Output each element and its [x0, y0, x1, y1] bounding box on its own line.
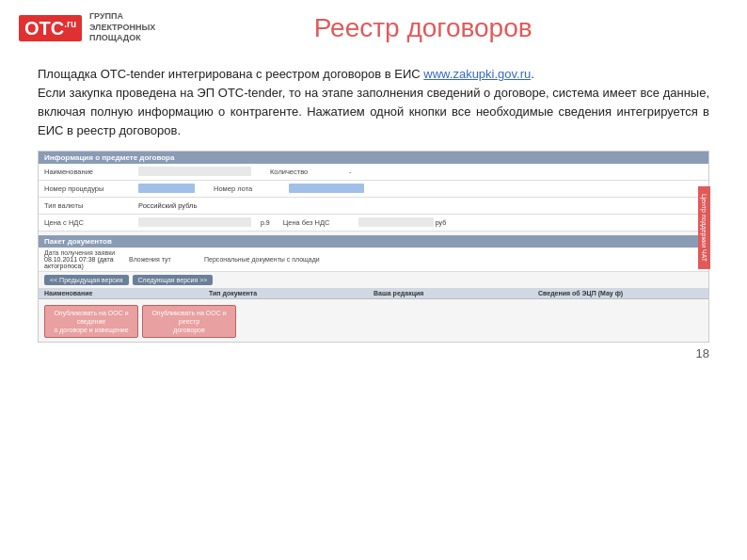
doc-field-attachments: Вложения тут	[129, 256, 204, 263]
description-block: Площадка ОТС-tender интегрирована с реес…	[0, 56, 747, 151]
form-row-procedure: Номер процедуры Номер лота	[39, 181, 708, 198]
desc-line2: Если закупка проведена на ЭП ОТС-tender,…	[38, 86, 423, 100]
form-row-name: Наименование Количество -	[39, 164, 708, 181]
price-vat-val: р.9	[261, 219, 270, 226]
value-currency: Российский рубль	[138, 201, 197, 210]
btn-publish1-label: Опубликовать на ООС и сведение о договор…	[54, 310, 128, 333]
btn-publish-reestr[interactable]: Опубликовать на ООС и реестр договоров	[142, 305, 236, 338]
btn-next-version[interactable]: Следующая версия >>	[133, 275, 214, 285]
btn-publish2-label: Опубликовать на ООС и реестр договоров	[151, 310, 226, 333]
value-procedure	[138, 184, 195, 193]
btn-publish-oos[interactable]: Опубликовать на ООС и сведение о договор…	[44, 305, 138, 338]
label-lot: Номер лота	[214, 184, 289, 193]
doc-date-label: Дата получения заявки 08.10.2011 07:38 (…	[44, 249, 129, 269]
doc-label3: Персональные документы с площади	[204, 256, 703, 263]
logo-tagline: ГРУППА ЭЛЕКТРОННЫХ ПЛОЩАДОК	[89, 11, 155, 44]
doc-field-personal: Персональные документы с площади	[204, 256, 703, 263]
page-title: Реестр договоров	[155, 13, 691, 43]
logo-line1: ГРУППА	[89, 11, 155, 23]
value-quantity: -	[349, 168, 352, 176]
th-name: Наименование	[44, 290, 209, 296]
section2-header: Пакет документов	[39, 235, 708, 248]
logo-main-text: ОТС	[24, 18, 64, 39]
th-doctype: Тип документа	[209, 290, 374, 296]
page-number: 18	[0, 343, 747, 364]
description-text: Площадка ОТС-tender интегрирована с реес…	[38, 65, 709, 141]
label-procedure: Номер процедуры	[44, 184, 138, 193]
section1-header: Информация о предмете договора	[39, 152, 708, 164]
value-price-novat	[358, 217, 434, 227]
label-price-novat: Цена без НДС	[283, 218, 358, 227]
value-name	[138, 167, 251, 176]
doc-label1: Дата получения заявки	[44, 249, 129, 256]
price-novat-val: руб	[436, 219, 446, 226]
zakupki-link[interactable]: www.zakupki.gov.ru	[423, 67, 531, 81]
desc-line1: Площадка ОТС-tender интегрирована с реес…	[38, 67, 421, 81]
value-lot	[289, 184, 364, 193]
doc-value1: 08.10.2011 07:38 (дата актогропоса)	[44, 256, 129, 269]
side-tab-support[interactable]: Центр поддержки ЧАТ	[698, 185, 710, 268]
label-price-vat: Цена с НДС	[44, 218, 138, 227]
form-row-currency: Тип валюты Российский рубль	[39, 198, 708, 215]
action-buttons-row: Опубликовать на ООС и сведение о договор…	[39, 299, 708, 342]
otc-logo: ОТС.ru	[19, 15, 82, 41]
value-price-vat	[138, 217, 251, 227]
logo-line2: ЭЛЕКТРОННЫХ	[89, 23, 155, 34]
logo-line3: ПЛОЩАДОК	[89, 33, 155, 44]
logo-sub-text: .ru	[64, 19, 76, 29]
th-revision: Ваша редакция	[374, 290, 538, 296]
btn-prev-version[interactable]: << Предыдущая версия	[44, 275, 129, 285]
label-name: Наименование	[44, 168, 138, 176]
header: ОТС.ru ГРУППА ЭЛЕКТРОННЫХ ПЛОЩАДОК Реест…	[0, 0, 747, 56]
doc-label2: Вложения тут	[129, 256, 204, 263]
table-header: Наименование Тип документа Ваша редакция…	[39, 288, 708, 299]
form-row-price: Цена с НДС р.9 Цена без НДС руб	[39, 215, 708, 232]
form-screenshot: Информация о предмете договора Наименова…	[38, 151, 709, 343]
label-quantity: Количество	[270, 168, 345, 176]
th-ecp: Сведения об ЭЦП (Мау ф)	[538, 290, 703, 296]
desc-line4: информацию о контрагенте. Нажатием одной…	[138, 104, 554, 119]
btn-row-versions: << Предыдущая версия Следующая версия >>	[39, 272, 708, 288]
label-currency: Тип валюты	[44, 201, 138, 210]
doc-row-date: Дата получения заявки 08.10.2011 07:38 (…	[39, 248, 708, 272]
logo-block: ОТС.ru ГРУППА ЭЛЕКТРОННЫХ ПЛОЩАДОК	[19, 11, 155, 44]
